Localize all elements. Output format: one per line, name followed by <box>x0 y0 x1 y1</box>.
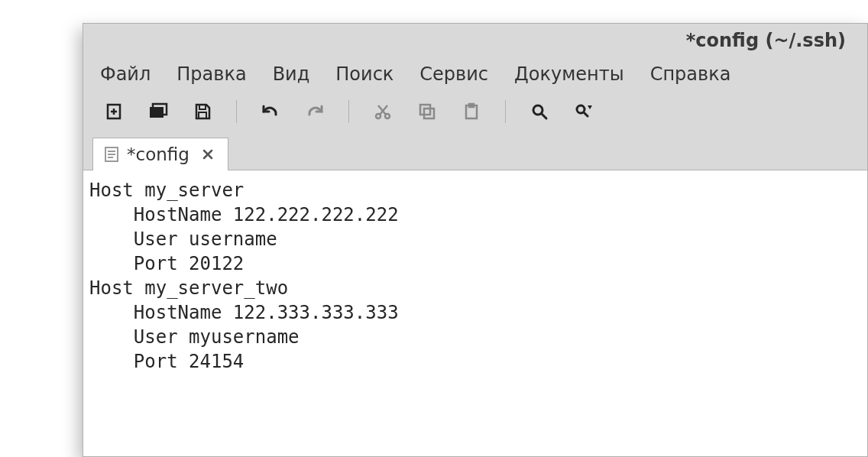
tab-label: *config <box>127 144 189 164</box>
new-file-icon[interactable] <box>103 101 125 122</box>
toolbar <box>83 92 867 137</box>
svg-line-16 <box>542 114 546 118</box>
menu-file[interactable]: Файл <box>100 63 151 85</box>
editor-area[interactable]: Host my_server HostName 122.222.222.222 … <box>83 170 867 456</box>
toolbar-separator <box>236 100 237 123</box>
find-replace-icon[interactable] <box>573 101 594 122</box>
paste-icon[interactable] <box>461 101 482 122</box>
toolbar-separator <box>505 100 506 123</box>
menubar: Файл Правка Вид Поиск Сервис Документы С… <box>83 57 867 92</box>
document-icon <box>104 146 119 163</box>
menu-documents[interactable]: Документы <box>514 63 624 85</box>
svg-rect-5 <box>199 105 206 109</box>
menu-edit[interactable]: Правка <box>177 63 246 85</box>
menu-help[interactable]: Справка <box>650 63 731 85</box>
copy-icon[interactable] <box>416 101 438 122</box>
menu-tools[interactable]: Сервис <box>419 63 488 85</box>
search-icon[interactable] <box>529 101 550 122</box>
tab-config[interactable]: *config <box>92 138 228 170</box>
save-file-icon[interactable] <box>192 101 213 122</box>
svg-rect-11 <box>420 105 430 115</box>
close-icon[interactable] <box>202 148 214 160</box>
open-file-icon[interactable] <box>147 101 169 122</box>
window-title: *config (~/.ssh) <box>686 30 846 51</box>
svg-rect-12 <box>424 109 434 118</box>
redo-icon[interactable] <box>304 101 326 122</box>
cut-icon[interactable] <box>372 101 394 122</box>
tab-bar: *config <box>83 137 867 170</box>
titlebar: *config (~/.ssh) <box>83 24 867 57</box>
menu-search[interactable]: Поиск <box>335 63 394 85</box>
toolbar-separator <box>348 100 349 123</box>
menu-view[interactable]: Вид <box>273 63 310 85</box>
svg-rect-3 <box>150 107 164 118</box>
svg-line-18 <box>584 112 588 116</box>
undo-icon[interactable] <box>260 101 281 122</box>
editor-window: *config (~/.ssh) Файл Правка Вид Поиск С… <box>83 23 868 457</box>
